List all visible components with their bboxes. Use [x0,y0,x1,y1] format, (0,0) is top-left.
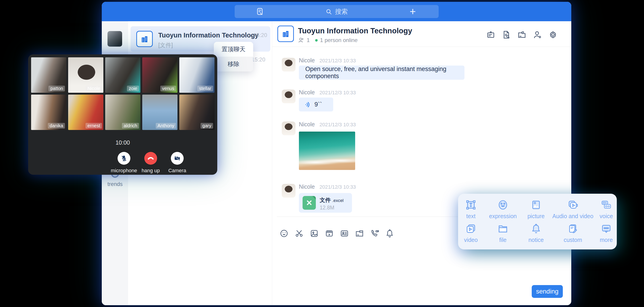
feature-notice[interactable]: notice [522,221,550,245]
message-timestamp: 2021/12/3 10:33 [320,122,356,127]
feature-voice[interactable]: voice [596,197,617,221]
feature-custom[interactable]: custom [550,221,596,245]
participant-grid: patton Nicole zoie venus stellar danika … [31,57,214,130]
sender-name: Nicole [299,89,315,95]
building-icon [140,34,149,44]
video-call-overlay: patton Nicole zoie venus stellar danika … [28,54,217,175]
participant-name: Nicole [86,86,102,91]
participant-name: venus [160,86,176,91]
menu-item-pin-chat[interactable]: 置顶聊天 [214,42,253,57]
chat-history-search-icon[interactable] [501,30,511,40]
menu-item-remove[interactable]: 移除 [214,57,253,71]
emoji-icon[interactable] [280,229,288,238]
feature-picture[interactable]: picture [522,197,550,221]
call-icon[interactable] [370,229,379,238]
participant-tile[interactable]: zoie [105,57,140,93]
voice-message-bubble[interactable]: 9`` [299,97,333,111]
send-button[interactable]: sending [532,285,563,298]
camera-toggle-button[interactable] [171,152,184,165]
building-icon [281,29,290,39]
send-file-icon[interactable] [355,229,364,238]
sender-avatar[interactable] [282,184,296,198]
file-ext: .excel [332,198,344,203]
participant-tile[interactable]: danika [31,95,66,130]
text-message-bubble[interactable]: Open source, free, and universal instant… [299,65,464,80]
participant-tile[interactable]: venus [142,57,178,93]
custom-icon [567,223,578,234]
file-size: 12.8M [320,205,334,211]
message-meta: Nicole 2021/12/3 10:33 [299,121,356,128]
text-icon [465,199,476,211]
online-text: 1 person online [320,37,358,43]
notice-bell-icon[interactable] [385,229,394,238]
message-meta: Nicole 2021/12/3 10:33 [299,183,356,190]
chat-title: Tuoyun Information Technology [298,26,412,35]
send-image-icon[interactable] [310,229,319,238]
hang-up-icon [147,154,154,162]
trends-label[interactable]: trends [106,181,124,187]
contact-card-icon[interactable] [340,229,349,238]
send-video-icon[interactable] [325,229,334,238]
message-timestamp: 2021/12/3 10:33 [320,58,356,63]
message-timestamp: 2021/12/3 10:33 [320,90,356,95]
participant-name: gary [200,123,213,129]
sender-avatar[interactable] [282,89,296,103]
message-timestamp: 2021/12/3 10:33 [320,184,356,190]
participant-name: aldrich [122,123,139,129]
conversation-last-message: [文件] [158,41,173,49]
screenshot-scissors-icon[interactable] [294,229,304,238]
search-placeholder-row[interactable]: 搜索 [235,5,439,18]
sender-avatar[interactable] [282,121,296,135]
chat-subtitle: 1 1 person online [298,37,358,43]
hang-up-button[interactable] [144,152,157,165]
expression-icon [497,199,508,211]
sender-name: Nicole [299,57,315,63]
participant-name: ernest [86,123,102,129]
participant-tile[interactable]: Nicole [68,57,103,93]
feature-audio-video[interactable]: Audio and video [550,197,596,221]
picture-icon [530,199,542,211]
participant-name: zoie [127,86,139,91]
composer-toolbar [280,229,394,238]
microphone-toggle-button[interactable] [118,152,130,165]
participant-tile[interactable]: aldrich [105,95,140,130]
video-icon [465,223,476,234]
voice-duration: 9`` [314,101,322,108]
participant-tile[interactable]: ernest [68,95,103,130]
more-icon [600,223,612,234]
voice-icon [600,199,612,211]
add-icon[interactable]: + [410,6,416,17]
sender-avatar[interactable] [282,58,296,71]
participant-name: danika [48,123,65,129]
chat-group-avatar [278,25,294,42]
search-bar[interactable]: 搜索 + [235,5,439,18]
excel-file-icon: ✕ [302,196,316,210]
feature-file[interactable]: file [484,221,522,245]
camera-label: Camera [159,168,196,174]
feature-expression[interactable]: expression [484,197,522,221]
participant-tile[interactable]: gary [179,95,214,130]
folder-icon[interactable] [517,30,527,40]
add-member-icon[interactable] [532,30,542,40]
conversation-title: Tuoyun Information Technology [158,31,259,39]
search-icon [326,8,332,15]
participant-tile[interactable]: patton [31,57,66,93]
message-feature-panel: text expression picture Audio and video … [458,194,617,250]
online-dot [315,39,318,41]
participant-name: patton [48,86,65,91]
feature-text[interactable]: text [458,197,484,221]
conversation-time-2: 15:20 [252,56,265,63]
participant-tile[interactable]: stellar [179,57,214,93]
image-message-beach[interactable] [299,132,355,170]
group-notice-icon[interactable] [486,30,496,40]
file-name: 文件 .excel [320,196,344,204]
participant-name: stellar [197,86,213,91]
current-user-avatar[interactable] [108,31,122,47]
participant-tile[interactable]: Anthony [142,95,178,130]
feature-more[interactable]: more [596,221,617,245]
voice-wave-icon [304,101,311,108]
feature-video[interactable]: video [458,221,484,245]
settings-gear-icon[interactable] [548,30,558,40]
chat-header-actions [486,30,558,40]
message-text: Open source, free, and universal instant… [305,65,458,80]
